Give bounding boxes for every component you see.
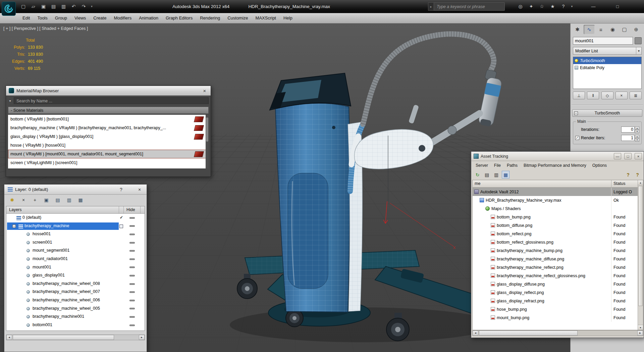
object-color-swatch[interactable] — [635, 37, 642, 44]
search-go-icon[interactable]: ▸ — [428, 2, 434, 11]
menu-group[interactable]: Group — [51, 13, 71, 23]
menu-animation[interactable]: Animation — [135, 13, 162, 23]
help-icon[interactable]: ? — [117, 187, 125, 192]
tab-display[interactable]: ▢ — [619, 25, 630, 34]
asset-row[interactable]: bottom_bump.png Found — [473, 213, 638, 221]
hide-toggle[interactable] — [124, 296, 141, 305]
app-menu-button[interactable] — [2, 2, 16, 16]
close-icon[interactable]: × — [201, 88, 208, 94]
viewport-label[interactable]: [ + ] [ Perspective ] [ Shaded + Edged F… — [3, 26, 88, 31]
remove-modifier-button[interactable]: × — [615, 92, 628, 99]
material-row[interactable]: glass_display ( VRayMtl ) [glass_display… — [8, 132, 209, 141]
asset-row[interactable]: brachytherapy_machine_bump.png Found — [473, 246, 638, 255]
layer-window-titlebar[interactable]: Layer: 0 (default) ? × — [4, 185, 147, 195]
scroll-right-icon[interactable]: ► — [637, 331, 643, 336]
asset-row[interactable]: brachytherapy_machine_reflect.png Found — [473, 263, 638, 271]
object-row[interactable]: brachytherapy_machine001 — [6, 313, 145, 321]
collapse-icon[interactable]: − — [12, 224, 16, 228]
close-icon[interactable]: × — [136, 187, 143, 192]
asset-hscrollbar[interactable]: ◄ ► — [472, 330, 643, 336]
menu-server[interactable]: Server — [473, 163, 491, 168]
layer-hscrollbar[interactable]: ◄ ► — [6, 335, 145, 340]
object-row[interactable]: brachytherapy_machine_wheel_008 — [6, 280, 145, 288]
hide-toggle[interactable] — [124, 305, 141, 313]
iterations-spinner[interactable]: ▴ ▾ — [635, 127, 639, 133]
asset-row[interactable]: glass_display_reflect.png Found — [473, 288, 638, 297]
object-row[interactable]: bottom001 — [6, 321, 145, 330]
material-row[interactable]: brachytherapy_machine ( VRayMtl ) [brach… — [8, 123, 209, 132]
hide-column-header[interactable]: Hide — [124, 206, 141, 213]
scroll-down-icon[interactable]: ▼ — [638, 325, 643, 330]
collapse-icon[interactable]: − — [574, 111, 578, 115]
asset-row[interactable]: bottom_reflect_glossiness.png Found — [473, 238, 638, 246]
fetch-icon[interactable]: ▥ — [60, 2, 67, 10]
show-end-result-button[interactable]: ‖ — [587, 92, 599, 99]
minimize-button[interactable]: — — [587, 3, 600, 10]
tab-create[interactable]: ✱ — [572, 25, 583, 34]
render-iters-field[interactable]: 1 — [621, 135, 635, 141]
asset-row[interactable]: brachytherapy_machine_reflect_glossiness… — [473, 271, 638, 280]
asset-row[interactable]: mount_bump.png Found — [473, 313, 638, 322]
layer-row-selected[interactable]: − brachytherapy_machine — [6, 222, 145, 231]
menu-maxscript[interactable]: MAXScript — [252, 13, 280, 23]
object-row[interactable]: mount_segment001 — [6, 247, 145, 255]
menu-rendering[interactable]: Rendering — [196, 13, 224, 23]
hide-toggle[interactable] — [124, 214, 141, 222]
tab-utilities[interactable]: ⊕ — [631, 25, 642, 34]
name-column-header[interactable]: me — [473, 180, 611, 187]
hide-toggle[interactable] — [124, 255, 141, 263]
material-row[interactable]: hosse ( VRayMtl ) [hosse001] — [8, 141, 209, 150]
asset-tracking-titlebar[interactable]: Asset Tracking — □ × — [471, 152, 644, 161]
asset-row[interactable]: brachytherapy_machine_diffuse.png Found — [473, 255, 638, 263]
asset-row[interactable]: Maps / Shaders — [473, 204, 638, 213]
details-view-icon[interactable]: ▤ — [483, 171, 491, 179]
object-row[interactable]: glass_display001 — [6, 271, 145, 280]
scroll-right-icon[interactable]: ► — [139, 335, 145, 340]
new-scene-icon[interactable]: ▢ — [19, 2, 27, 10]
render-iters-spinner[interactable]: ▴ ▾ — [635, 135, 639, 141]
scene-materials-header[interactable]: - Scene Materials — [8, 107, 209, 114]
spin-up-icon[interactable]: ▴ — [635, 127, 639, 130]
minimize-button[interactable]: — — [614, 153, 621, 159]
help-icon[interactable]: ? — [559, 2, 567, 10]
hide-toggle[interactable] — [124, 313, 141, 321]
hide-toggle[interactable] — [124, 271, 141, 280]
status-column-header[interactable]: Status — [611, 180, 638, 187]
create-layer-icon[interactable]: ✱ — [8, 196, 16, 204]
material-browser-titlebar[interactable]: Material/Map Browser × — [6, 86, 211, 96]
add-to-layer-icon[interactable]: + — [31, 196, 39, 204]
menu-create[interactable]: Create — [90, 13, 110, 23]
hide-toggle[interactable] — [124, 222, 141, 231]
menu-bitmap-performance[interactable]: Bitmap Performance and Memory — [521, 163, 589, 168]
menu-help[interactable]: Help — [280, 13, 296, 23]
render-iters-checkbox[interactable]: ✓ — [575, 136, 579, 140]
spin-down-icon[interactable]: ▾ — [635, 138, 639, 142]
tab-motion[interactable]: ◉ — [607, 25, 618, 34]
save-file-icon[interactable]: ▣ — [40, 2, 47, 10]
scroll-left-icon[interactable]: ◄ — [473, 331, 478, 336]
redo-icon[interactable]: ↷ — [80, 2, 88, 10]
stack-item-turbosmooth[interactable]: TurboSmooth — [573, 57, 641, 64]
object-row[interactable]: hosse001 — [6, 230, 145, 239]
material-row-selected[interactable]: mount ( VRayMtl ) [mount001, mount_radia… — [8, 150, 209, 158]
tab-hierarchy[interactable]: ≡ — [595, 25, 606, 34]
star-icon[interactable]: ★ — [549, 2, 556, 10]
asset-row[interactable]: HDR_Brachytherapy_Machine_vray.max Ok — [473, 196, 638, 204]
menu-edit[interactable]: Edit — [19, 13, 34, 23]
help-icon[interactable]: ? — [624, 171, 632, 179]
maximize-button[interactable]: □ — [624, 153, 632, 159]
menu-graph-editors[interactable]: Graph Editors — [162, 13, 196, 23]
asset-vscrollbar[interactable]: ▲ ▼ — [638, 180, 643, 330]
hide-toggle[interactable] — [124, 280, 141, 288]
set-current-layer-icon[interactable]: ▤ — [54, 196, 62, 204]
select-layer-icon[interactable]: ▣ — [42, 196, 50, 204]
menu-options[interactable]: Options — [589, 163, 610, 168]
spin-down-icon[interactable]: ▾ — [635, 130, 639, 133]
close-button[interactable]: × — [635, 153, 642, 159]
menu-views[interactable]: Views — [71, 13, 90, 23]
asset-row[interactable]: bottom_reflect.png Found — [473, 230, 638, 238]
undo-icon[interactable]: ↶ — [70, 2, 77, 10]
asset-row[interactable]: hose_bump.png Found — [473, 305, 638, 313]
object-name-field[interactable] — [573, 37, 633, 45]
bulb-icon[interactable] — [575, 59, 578, 62]
